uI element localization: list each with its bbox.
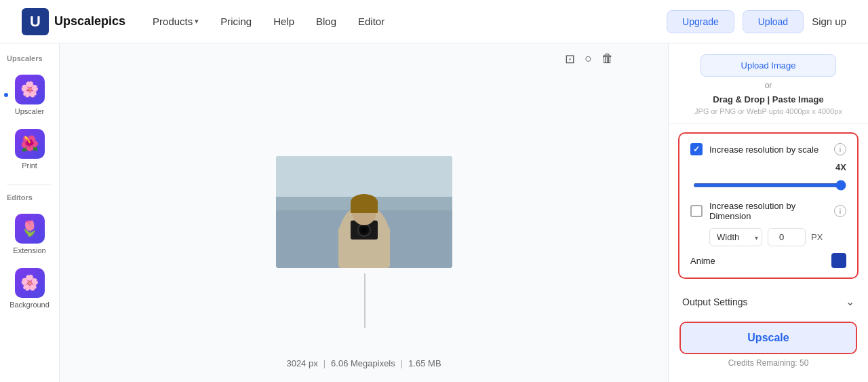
header: U Upscalepics Products ▾ Pricing Help Bl… [0, 0, 868, 43]
svg-rect-11 [351, 202, 378, 213]
photo-svg [276, 156, 452, 268]
logo-area[interactable]: U Upscalepics [22, 8, 125, 35]
header-actions: Upgrade Upload Sign up [667, 10, 846, 33]
or-text: or [765, 81, 772, 90]
background-icon: 🌸 [15, 268, 45, 298]
upload-image-button[interactable]: Upload Image [701, 54, 836, 77]
app-body: Upscalers 🌸 Upscaler 🌺 Print Editors 🌷 E… [0, 43, 868, 382]
delete-icon[interactable]: 🗑 [601, 52, 614, 66]
drag-drop-text: Drag & Drop | Paste Image [713, 94, 823, 104]
image-meta: 3024 px | 6.06 Megapixels | 1.65 MB [286, 358, 441, 368]
upscaler-icon: 🌸 [15, 75, 45, 104]
signup-button[interactable]: Sign up [812, 16, 846, 27]
checkmark-icon: ✓ [693, 145, 700, 154]
center-content: ⊡ ○ 🗑 [60, 43, 668, 382]
sidebar-extension-label: Extension [13, 246, 45, 254]
products-arrow-icon: ▾ [195, 17, 199, 26]
upload-nav-button[interactable]: Upload [743, 10, 804, 33]
anime-label: Anime [690, 256, 715, 266]
sidebar-background-label: Background [9, 301, 50, 309]
image-toolbar: ⊡ ○ 🗑 [565, 52, 654, 66]
chevron-down-icon: ⌄ [846, 295, 854, 308]
output-settings-row[interactable]: Output Settings ⌄ [669, 287, 868, 316]
sidebar-item-background[interactable]: 🌸 Background [0, 261, 59, 316]
image-preview [276, 156, 452, 268]
dimension-option-row: Increase resolution by Dimension i [690, 201, 846, 221]
scale-info-icon[interactable]: i [834, 143, 846, 155]
output-settings-label: Output Settings [682, 297, 748, 307]
meta-div-2: | [401, 358, 403, 368]
scale-label: Increase resolution by scale [709, 145, 827, 155]
nav-blog[interactable]: Blog [316, 16, 336, 27]
main-nav: Products ▾ Pricing Help Blog Editor [153, 16, 667, 27]
right-panel: Upload Image or Drag & Drop | Paste Imag… [668, 43, 868, 382]
dimension-select-wrap: Width Height ▾ [709, 228, 762, 246]
image-width: 3024 px [286, 358, 317, 368]
scale-slider[interactable] [693, 183, 846, 187]
compare-icon[interactable]: ○ [585, 52, 592, 66]
drag-divider [364, 273, 366, 328]
file-hint: JPG or PNG or WebP upto 4000px x 4000px [694, 107, 842, 115]
dimension-checkbox[interactable] [690, 205, 703, 217]
nav-editor[interactable]: Editor [358, 16, 384, 27]
image-filesize: 1.65 MB [408, 358, 441, 368]
dimension-type-select[interactable]: Width Height [709, 228, 762, 246]
brand-name: Upscalepics [54, 14, 125, 28]
sidebar-item-extension[interactable]: 🌷 Extension [0, 207, 59, 261]
upscale-button-wrapper: Upscale [679, 322, 857, 354]
dimension-row: Width Height ▾ PX [709, 228, 846, 246]
nav-products[interactable]: Products ▾ [153, 16, 199, 27]
anime-row: Anime [690, 253, 846, 268]
sidebar-upscaler-label: Upscaler [15, 107, 44, 115]
options-panel: ✓ Increase resolution by scale i 4X Incr… [678, 132, 859, 279]
sidebar-item-print[interactable]: 🌺 Print [0, 122, 59, 176]
sidebar-divider [7, 185, 52, 185]
credits-text: Credits Remaining: 50 [679, 358, 857, 368]
scale-value: 4X [693, 162, 846, 172]
scale-checkbox[interactable]: ✓ [690, 143, 703, 155]
dimension-label: Increase resolution by Dimension [709, 201, 827, 221]
dimension-info-icon[interactable]: i [834, 205, 846, 217]
dimension-value-input[interactable] [768, 228, 806, 246]
sidebar: Upscalers 🌸 Upscaler 🌺 Print Editors 🌷 E… [0, 43, 60, 382]
upload-zone: Upload Image or Drag & Drop | Paste Imag… [669, 43, 868, 124]
upscale-button[interactable]: Upscale [681, 323, 856, 353]
anime-toggle[interactable] [831, 253, 846, 268]
upgrade-button[interactable]: Upgrade [667, 10, 734, 33]
nav-pricing[interactable]: Pricing [220, 16, 252, 27]
scale-row: 4X [690, 162, 846, 193]
sidebar-item-upscaler[interactable]: 🌸 Upscaler [0, 68, 59, 122]
extension-icon: 🌷 [15, 214, 45, 244]
scale-option-row: ✓ Increase resolution by scale i [690, 143, 846, 155]
crop-icon[interactable]: ⊡ [565, 52, 575, 66]
nav-help[interactable]: Help [273, 16, 294, 27]
logo-icon: U [22, 8, 49, 35]
print-icon: 🌺 [15, 129, 45, 159]
upscale-area: Upscale Credits Remaining: 50 [669, 316, 868, 372]
upscalers-section-label: Upscalers [0, 54, 59, 68]
svg-point-8 [361, 227, 367, 233]
sidebar-print-label: Print [22, 161, 37, 170]
editors-section-label: Editors [0, 193, 59, 207]
dimension-unit: PX [811, 232, 823, 242]
meta-div-1: | [323, 358, 326, 368]
image-megapixels: 6.06 Megapixels [331, 358, 395, 368]
